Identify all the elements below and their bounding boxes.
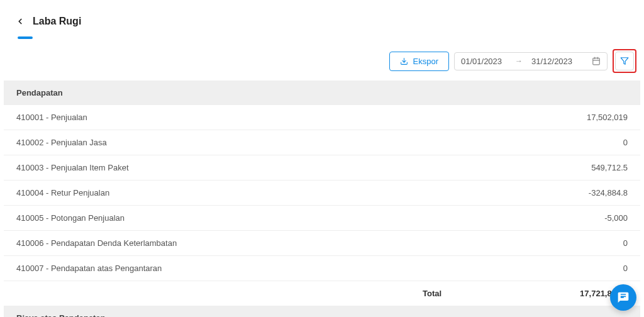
- date-to-input[interactable]: [531, 57, 577, 66]
- row-label: 410002 - Penjualan Jasa: [16, 138, 107, 147]
- chevron-left-icon: [16, 17, 25, 26]
- row-value: -324,884.8: [589, 188, 628, 197]
- table-row: 410004 - Retur Penjualan -324,884.8: [4, 180, 640, 205]
- filter-button[interactable]: [615, 52, 634, 70]
- row-value: 17,502,019: [587, 113, 628, 122]
- section-header-biaya: Biaya atas Pendapatan: [4, 306, 640, 317]
- date-range-picker[interactable]: →: [454, 52, 608, 70]
- export-button[interactable]: Ekspor: [389, 52, 449, 71]
- page-title: Laba Rugi: [33, 16, 81, 27]
- row-label: 410006 - Pendapatan Denda Keterlambatan: [16, 238, 177, 248]
- filter-icon: [620, 57, 629, 65]
- row-label: 410005 - Potongan Penjualan: [16, 213, 125, 223]
- accent-bar: [18, 36, 33, 39]
- row-label: 410007 - Pendapatan atas Pengantaran: [16, 264, 162, 273]
- toolbar: Ekspor →: [4, 49, 640, 81]
- date-from-input[interactable]: [461, 57, 506, 66]
- download-icon: [400, 57, 408, 65]
- table-row: 410005 - Potongan Penjualan -5,000: [4, 205, 640, 230]
- row-value: 0: [623, 138, 628, 147]
- filter-button-highlight: [613, 49, 636, 73]
- row-label: 410001 - Penjualan: [16, 113, 87, 122]
- calendar-icon: [592, 57, 601, 65]
- arrow-right-icon: →: [515, 57, 523, 65]
- total-label: Total: [423, 289, 441, 298]
- svg-marker-5: [621, 58, 628, 65]
- chat-fab[interactable]: [610, 284, 636, 311]
- row-label: 410003 - Penjualan Item Paket: [16, 163, 129, 172]
- export-label: Ekspor: [413, 57, 438, 66]
- row-value: -5,000: [604, 213, 628, 223]
- chat-icon: [617, 291, 630, 304]
- row-value: 0: [623, 264, 628, 273]
- row-value: 549,712.5: [591, 163, 628, 172]
- total-row: Total 17,721,846.7: [4, 281, 640, 306]
- row-value: 0: [623, 238, 628, 248]
- section-header-pendapatan: Pendapatan: [4, 81, 640, 105]
- table-row: 410007 - Pendapatan atas Pengantaran 0: [4, 255, 640, 281]
- table-row: 410003 - Penjualan Item Paket 549,712.5: [4, 155, 640, 180]
- svg-rect-1: [593, 58, 600, 65]
- table-row: 410006 - Pendapatan Denda Keterlambatan …: [4, 230, 640, 255]
- table-row: 410002 - Penjualan Jasa 0: [4, 130, 640, 155]
- row-label: 410004 - Retur Penjualan: [16, 188, 109, 197]
- table-row: 410001 - Penjualan 17,502,019: [4, 105, 640, 130]
- back-button[interactable]: [14, 15, 26, 28]
